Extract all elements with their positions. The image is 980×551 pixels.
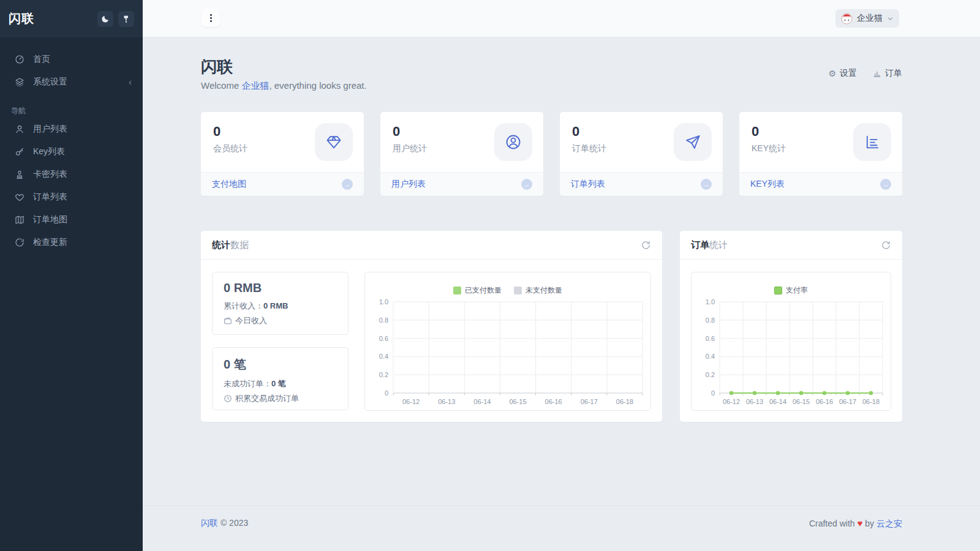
- svg-text:0: 0: [385, 389, 388, 397]
- svg-text:0.6: 0.6: [379, 335, 388, 342]
- footer-author-link[interactable]: 云之安: [876, 519, 902, 528]
- sidebar-item-label: 订单地图: [33, 214, 67, 225]
- user-circle-icon: [505, 133, 522, 151]
- sidebar-item-user-list[interactable]: 用户列表: [0, 118, 143, 140]
- sidebar-item-label: 卡密列表: [33, 169, 67, 180]
- income-box: 0 RMB 累计收入：0 RMB 今日收入: [212, 272, 349, 335]
- welcome-text: Welcome 企业猫, everything looks great.: [201, 80, 367, 92]
- user-icon: [15, 124, 24, 134]
- svg-text:06-18: 06-18: [616, 398, 633, 405]
- payments-chart-plot: 00.20.40.60.81.006-1206-1306-1406-1506-1…: [365, 297, 650, 410]
- sidebar-item-settings[interactable]: 系统设置 ‹: [0, 70, 143, 93]
- svg-text:1.0: 1.0: [379, 298, 388, 305]
- arrow-right-icon[interactable]: →: [521, 179, 532, 190]
- orders-button[interactable]: 订单: [873, 68, 902, 79]
- pay-rate-chart: 支付率 00.20.40.60.81.006-1206-1306-1406-15…: [691, 272, 891, 411]
- refresh-icon: [641, 240, 651, 250]
- sidebar-item-label: 用户列表: [33, 124, 67, 135]
- income-value: 0 RMB: [224, 281, 337, 295]
- refresh-button[interactable]: [641, 240, 651, 250]
- footer-brand-link[interactable]: 闪联: [201, 518, 218, 528]
- legend-item[interactable]: 支付率: [774, 285, 808, 296]
- chart-axis-icon: [864, 133, 881, 151]
- panel-title: 订单: [691, 239, 709, 251]
- sidebar-item-label: 检查更新: [33, 237, 67, 248]
- orders-panel: 订单 统计 支付率 00.20.40.60.81.006-1206-1306-1…: [680, 231, 902, 422]
- sidebar-item-key-list[interactable]: Key列表: [0, 140, 143, 163]
- sidebar-item-label: Key列表: [33, 146, 65, 157]
- stamp-icon: [15, 170, 24, 179]
- chevron-left-icon: ‹: [129, 77, 137, 87]
- dark-mode-button[interactable]: [97, 11, 113, 27]
- sidebar-item-check-update[interactable]: 检查更新: [0, 231, 143, 253]
- legend-swatch: [774, 287, 782, 294]
- page-footer: 闪联 © 2023 Crafted with ♥ by 云之安: [143, 505, 980, 551]
- svg-text:06-12: 06-12: [402, 398, 420, 405]
- chevron-down-icon: [887, 15, 894, 22]
- settings-button[interactable]: ⚙ 设置: [828, 68, 857, 79]
- legend-item[interactable]: 已支付数量: [453, 285, 502, 296]
- send-icon: [684, 133, 701, 151]
- card-link-user-list[interactable]: 用户列表: [391, 179, 426, 190]
- stats-panel: 统计 数据 0 RMB 累计收入：0 RMB 今日收入 0 笔 未成功订单：0 …: [201, 231, 662, 422]
- card-link-order-list[interactable]: 订单列表: [571, 179, 605, 190]
- svg-text:0: 0: [711, 389, 715, 397]
- user-menu-button[interactable]: 企业猫: [835, 9, 899, 28]
- sidebar-header: 闪联: [0, 0, 143, 37]
- svg-text:0.6: 0.6: [706, 335, 715, 342]
- svg-text:06-17: 06-17: [839, 398, 856, 405]
- svg-text:0.4: 0.4: [379, 353, 388, 360]
- page-title: 闪联: [201, 56, 233, 78]
- gears-icon: ⚙: [828, 69, 836, 78]
- moon-icon: [101, 15, 110, 23]
- sidebar-item-order-map[interactable]: 订单地图: [0, 208, 143, 231]
- svg-text:0.2: 0.2: [379, 371, 388, 378]
- svg-text:06-13: 06-13: [746, 398, 763, 405]
- brush-icon: [122, 15, 130, 23]
- sidebar-item-order-list[interactable]: 订单列表: [0, 186, 143, 208]
- dashboard-icon: [15, 54, 24, 64]
- gem-icon: [325, 133, 342, 151]
- payments-chart: 已支付数量未支付数量 00.20.40.60.81.006-1206-1306-…: [364, 272, 651, 411]
- orders-value: 0 笔: [224, 356, 337, 373]
- heart-icon: ♥: [858, 518, 863, 528]
- stat-card-orders: 0 订单统计 订单列表 →: [560, 112, 723, 196]
- menu-kebab-button[interactable]: [202, 9, 220, 27]
- sidebar-item-home[interactable]: 首页: [0, 48, 143, 70]
- stat-card-keys: 0 KEY统计 KEY列表 →: [739, 112, 902, 196]
- refresh-button[interactable]: [881, 240, 891, 250]
- sidebar-item-card-list[interactable]: 卡密列表: [0, 163, 143, 186]
- svg-text:1.0: 1.0: [706, 298, 715, 305]
- sidebar: 闪联 首页 系统设置 ‹ 导航 用户列表: [0, 0, 143, 551]
- layers-icon: [15, 77, 24, 87]
- svg-text:06-16: 06-16: [816, 398, 833, 405]
- svg-text:06-16: 06-16: [545, 398, 562, 405]
- svg-text:0.8: 0.8: [379, 317, 388, 324]
- sidebar-item-label: 系统设置: [33, 77, 67, 88]
- panel-title: 统计: [212, 239, 230, 251]
- header-actions: ⚙ 设置 订单: [828, 68, 902, 79]
- card-link-key-list[interactable]: KEY列表: [750, 179, 785, 190]
- orders-box: 0 笔 未成功订单：0 笔 积累交易成功订单: [212, 347, 349, 410]
- user-name: 企业猫: [857, 13, 883, 24]
- svg-text:0.4: 0.4: [706, 353, 715, 360]
- svg-text:0.8: 0.8: [706, 317, 715, 324]
- legend-swatch: [514, 287, 522, 294]
- svg-text:06-14: 06-14: [769, 398, 786, 405]
- arrow-right-icon[interactable]: →: [701, 179, 712, 190]
- theme-button[interactable]: [118, 11, 134, 27]
- svg-text:06-15: 06-15: [793, 398, 810, 405]
- kebab-icon: [210, 14, 212, 16]
- brand-logo: 闪联: [9, 10, 92, 27]
- heart-icon: [15, 192, 24, 202]
- legend-item[interactable]: 未支付数量: [514, 285, 562, 296]
- map-icon: [15, 215, 24, 225]
- refresh-icon: [881, 240, 891, 250]
- chart-legend: 已支付数量未支付数量: [365, 272, 650, 297]
- welcome-user-link[interactable]: 企业猫: [241, 80, 269, 91]
- arrow-right-icon[interactable]: →: [880, 179, 891, 190]
- card-link-pay-map[interactable]: 支付地图: [212, 179, 246, 190]
- svg-text:06-12: 06-12: [723, 398, 740, 405]
- bar-chart-icon: [873, 69, 881, 78]
- arrow-right-icon[interactable]: →: [342, 179, 353, 190]
